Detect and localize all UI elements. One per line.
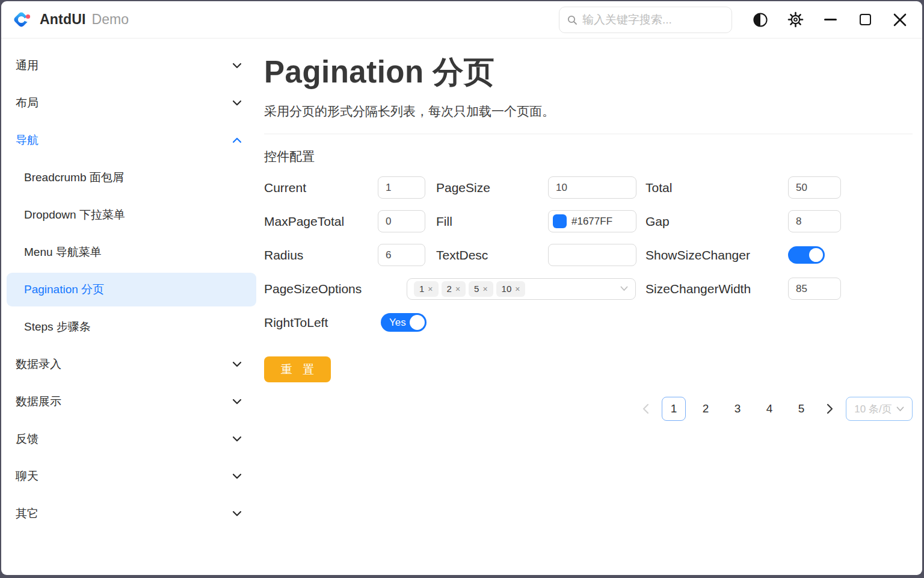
maximize-icon bbox=[860, 14, 871, 25]
sidebar-item-menu[interactable]: Menu 导航菜单 bbox=[1, 234, 260, 271]
divider bbox=[264, 134, 913, 134]
sizechangerwidth-input[interactable] bbox=[788, 278, 841, 300]
pagesize-label: PageSize bbox=[436, 181, 490, 195]
close-button[interactable] bbox=[882, 5, 917, 34]
radius-label: Radius bbox=[264, 248, 303, 263]
fill-color-value: #1677FF bbox=[571, 216, 612, 228]
radius-input[interactable] bbox=[378, 244, 425, 266]
showsizechanger-toggle[interactable] bbox=[788, 246, 825, 264]
theme-toggle-button[interactable] bbox=[743, 5, 778, 34]
theme-contrast-icon bbox=[753, 12, 768, 28]
pagination-demo: 1 2 3 4 5 10 条/页 bbox=[264, 397, 913, 421]
fill-color-input[interactable]: #1677FF bbox=[548, 210, 636, 232]
content-area: Pagination 分页 采用分页的形式分隔长列表，每次只加载一个页面。 控件… bbox=[260, 39, 922, 575]
option-tag: 5× bbox=[469, 281, 493, 297]
sidebar-item-chat[interactable]: 聊天 bbox=[1, 458, 260, 495]
pagesizeoptions-select[interactable]: 1× 2× 5× 10× bbox=[407, 278, 636, 300]
search-input[interactable] bbox=[582, 13, 724, 26]
tag-close-icon[interactable]: × bbox=[482, 284, 487, 294]
sidebar-item-other[interactable]: 其它 bbox=[1, 495, 260, 532]
page-button-3[interactable]: 3 bbox=[725, 397, 750, 421]
page-size-value: 10 条/页 bbox=[854, 402, 892, 416]
config-form: Current PageSize Total MaxPageTotal Fill… bbox=[264, 176, 913, 334]
sizechangerwidth-label: SizeChangerWidth bbox=[645, 282, 751, 296]
current-label: Current bbox=[264, 181, 306, 195]
chevron-right-icon bbox=[827, 403, 833, 414]
chevron-down-icon bbox=[232, 511, 242, 517]
search-box[interactable] bbox=[559, 7, 732, 33]
righttoleft-label: RightToLeft bbox=[264, 315, 328, 330]
page-title: Pagination 分页 bbox=[264, 52, 913, 93]
chevron-down-icon bbox=[232, 436, 242, 442]
app-logo-icon bbox=[11, 10, 32, 30]
textdesc-input[interactable] bbox=[548, 244, 636, 266]
current-input[interactable] bbox=[378, 176, 425, 199]
search-icon bbox=[567, 14, 578, 25]
total-label: Total bbox=[645, 181, 672, 195]
page-button-1[interactable]: 1 bbox=[662, 397, 686, 421]
option-tag: 1× bbox=[414, 281, 439, 297]
maxpagetotal-label: MaxPageTotal bbox=[264, 214, 344, 229]
gap-label: Gap bbox=[645, 214, 670, 229]
chevron-down-icon bbox=[620, 286, 628, 291]
maxpagetotal-input[interactable] bbox=[378, 210, 425, 232]
page-subtitle: 采用分页的形式分隔长列表，每次只加载一个页面。 bbox=[264, 103, 913, 120]
sidebar-item-pagination[interactable]: Pagination 分页 bbox=[7, 273, 256, 306]
tag-close-icon[interactable]: × bbox=[515, 284, 520, 294]
sidebar-item-data-display[interactable]: 数据展示 bbox=[1, 383, 260, 420]
minimize-button[interactable] bbox=[813, 5, 848, 34]
righttoleft-toggle[interactable]: Yes bbox=[381, 313, 427, 332]
toggle-knob bbox=[410, 315, 425, 330]
app-mode: Demo bbox=[92, 11, 129, 28]
textdesc-label: TextDesc bbox=[436, 248, 488, 263]
total-input[interactable] bbox=[788, 176, 841, 199]
sidebar-item-feedback[interactable]: 反馈 bbox=[1, 420, 260, 458]
close-icon bbox=[893, 13, 907, 27]
page-button-4[interactable]: 4 bbox=[757, 397, 781, 421]
settings-button[interactable] bbox=[778, 5, 813, 34]
page-size-select[interactable]: 10 条/页 bbox=[846, 397, 913, 421]
sidebar-item-dropdown[interactable]: Dropdown 下拉菜单 bbox=[1, 196, 260, 234]
chevron-down-icon bbox=[232, 361, 242, 367]
prev-page-button[interactable] bbox=[637, 397, 654, 421]
page-button-5[interactable]: 5 bbox=[789, 397, 813, 421]
chevron-down-icon bbox=[232, 100, 242, 106]
app-window: AntdUI Demo bbox=[1, 1, 922, 575]
title-bar: AntdUI Demo bbox=[1, 1, 922, 39]
gap-input[interactable] bbox=[788, 210, 841, 232]
option-tag: 10× bbox=[496, 281, 526, 297]
section-title: 控件配置 bbox=[264, 148, 913, 165]
minimize-icon bbox=[824, 19, 837, 20]
sidebar-item-layout[interactable]: 布局 bbox=[1, 84, 260, 122]
option-tag: 2× bbox=[442, 281, 466, 297]
sidebar-item-steps[interactable]: Steps 步骤条 bbox=[1, 308, 260, 346]
pagesizeoptions-label: PageSizeOptions bbox=[264, 282, 362, 296]
maximize-button[interactable] bbox=[848, 5, 882, 34]
sidebar-item-data-entry[interactable]: 数据录入 bbox=[1, 346, 260, 383]
showsizechanger-label: ShowSizeChanger bbox=[645, 248, 750, 263]
chevron-down-icon bbox=[896, 406, 904, 412]
sidebar-item-breadcrumb[interactable]: Breadcrumb 面包屑 bbox=[1, 159, 260, 196]
fill-label: Fill bbox=[436, 214, 452, 229]
tag-close-icon[interactable]: × bbox=[428, 284, 433, 294]
toggle-knob bbox=[809, 248, 823, 262]
toggle-state-text: Yes bbox=[389, 317, 406, 329]
chevron-up-icon bbox=[232, 137, 242, 143]
chevron-down-icon bbox=[232, 63, 242, 69]
reset-button[interactable]: 重 置 bbox=[264, 356, 331, 382]
page-button-2[interactable]: 2 bbox=[694, 397, 718, 421]
sidebar-item-general[interactable]: 通用 bbox=[1, 47, 260, 84]
tag-close-icon[interactable]: × bbox=[455, 284, 460, 294]
app-name: AntdUI bbox=[40, 11, 86, 28]
sidebar-item-navigation[interactable]: 导航 bbox=[1, 122, 260, 159]
chevron-left-icon bbox=[642, 403, 649, 414]
chevron-down-icon bbox=[232, 473, 242, 479]
chevron-down-icon bbox=[232, 399, 242, 405]
sidebar: 通用 布局 导航 Breadcrumb 面包屑 Dropdown 下拉菜单 Me… bbox=[1, 39, 260, 575]
next-page-button[interactable] bbox=[821, 397, 838, 421]
pagesize-input[interactable] bbox=[548, 176, 636, 199]
gear-icon bbox=[787, 11, 804, 28]
color-swatch[interactable] bbox=[553, 214, 567, 228]
